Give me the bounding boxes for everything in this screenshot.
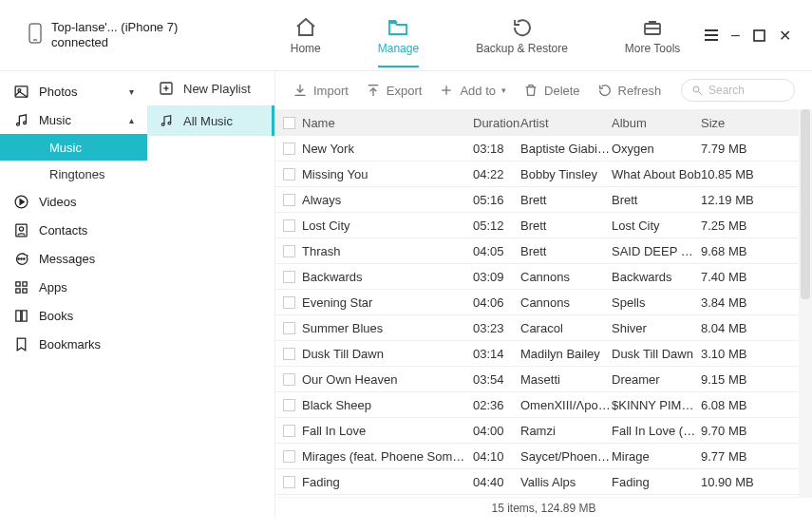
cell-name: Evening Star bbox=[302, 295, 473, 310]
table-row[interactable]: Backwards03:09CannonsBackwards7.40 MB bbox=[275, 264, 799, 290]
table-row[interactable]: Missing You04:22Bobby TinsleyWhat About … bbox=[275, 162, 799, 187]
table-row[interactable]: Lost City05:12BrettLost City7.25 MB bbox=[275, 213, 799, 238]
row-checkbox[interactable] bbox=[283, 348, 295, 360]
nav-manage[interactable]: Manage bbox=[378, 16, 419, 67]
playlist-all-music[interactable]: All Music bbox=[147, 105, 274, 136]
cell-name: New York bbox=[302, 142, 473, 156]
cell-duration: 03:54 bbox=[473, 372, 520, 387]
search-input[interactable] bbox=[708, 84, 784, 97]
nav-more-tools[interactable]: More Tools bbox=[625, 16, 680, 55]
nav-home[interactable]: Home bbox=[291, 16, 321, 55]
row-checkbox[interactable] bbox=[283, 322, 295, 334]
col-size[interactable]: Size bbox=[701, 116, 762, 130]
export-button[interactable]: Export bbox=[366, 83, 423, 98]
cell-name: Black Sheep bbox=[302, 398, 473, 412]
col-album[interactable]: Album bbox=[612, 116, 701, 130]
row-checkbox[interactable] bbox=[283, 194, 295, 206]
cell-name: Our Own Heaven bbox=[302, 372, 473, 387]
cell-name: Missing You bbox=[302, 167, 473, 181]
cell-album: Mirage bbox=[612, 449, 701, 464]
sidebar-messages[interactable]: Messages bbox=[0, 244, 147, 273]
nav-backup-restore[interactable]: Backup & Restore bbox=[476, 16, 568, 55]
cell-duration: 05:12 bbox=[473, 218, 520, 233]
row-checkbox[interactable] bbox=[283, 450, 295, 463]
maximize-button[interactable] bbox=[753, 29, 765, 42]
close-button[interactable]: ✕ bbox=[779, 27, 791, 45]
device-name: Top-lanse'... (iPhone 7) bbox=[51, 20, 178, 35]
row-checkbox[interactable] bbox=[283, 373, 295, 386]
row-checkbox[interactable] bbox=[283, 425, 295, 437]
cell-size: 9.68 MB bbox=[701, 244, 762, 258]
table-row[interactable]: Always05:16BrettBrett12.19 MB bbox=[275, 187, 799, 213]
cell-album: Backwards bbox=[612, 270, 701, 284]
cell-album: Dusk Till Dawn bbox=[612, 347, 701, 361]
scrollbar[interactable] bbox=[799, 109, 812, 497]
row-checkbox[interactable] bbox=[283, 271, 295, 283]
search-box[interactable] bbox=[681, 79, 795, 102]
svg-point-22 bbox=[161, 124, 164, 126]
status-bar: 15 items, 124.89 MB bbox=[275, 497, 812, 518]
chevron-up-icon: ▴ bbox=[129, 115, 134, 125]
sidebar-bookmarks[interactable]: Bookmarks bbox=[0, 330, 147, 358]
table-row[interactable]: Mirages (feat. Phoene Somsavath)04:10Say… bbox=[275, 444, 799, 469]
scrollbar-thumb[interactable] bbox=[801, 109, 810, 299]
table-row[interactable]: New York03:18Baptiste GiabiconiOxygen7.7… bbox=[275, 136, 799, 162]
cell-size: 9.77 MB bbox=[701, 449, 762, 464]
cell-album: Oxygen bbox=[612, 142, 701, 156]
menu-icon[interactable] bbox=[705, 29, 718, 41]
cell-artist: Vallis Alps bbox=[520, 475, 612, 489]
row-checkbox[interactable] bbox=[283, 476, 295, 488]
cell-size: 3.10 MB bbox=[701, 347, 762, 361]
cell-artist: Saycet/Phoene Som... bbox=[520, 449, 612, 464]
table-row[interactable]: Black Sheep02:36OmenXIII/Λpoqou$KINNY PI… bbox=[275, 392, 799, 418]
sidebar-photos[interactable]: Photos▾ bbox=[0, 77, 147, 105]
sidebar-videos[interactable]: Videos bbox=[0, 187, 147, 216]
cell-artist: Masetti bbox=[520, 372, 612, 387]
new-playlist-button[interactable]: New Playlist bbox=[147, 71, 274, 105]
cell-album: Dreamer bbox=[612, 372, 701, 387]
row-checkbox[interactable] bbox=[283, 296, 295, 309]
cell-album: Spells bbox=[612, 295, 701, 310]
phone-icon bbox=[28, 23, 42, 48]
cell-name: Always bbox=[302, 193, 473, 207]
table-row[interactable]: Fall In Love04:00RamziFall In Love (Radi… bbox=[275, 418, 799, 444]
table-row[interactable]: Summer Blues03:23CaracolShiver8.04 MB bbox=[275, 315, 799, 341]
select-all-checkbox[interactable] bbox=[283, 117, 295, 129]
delete-button[interactable]: Delete bbox=[523, 83, 580, 98]
cell-album: What About Bob bbox=[612, 167, 701, 181]
minimize-button[interactable]: – bbox=[731, 27, 740, 44]
cell-duration: 03:14 bbox=[473, 347, 520, 361]
col-artist[interactable]: Artist bbox=[520, 116, 612, 130]
cell-size: 6.08 MB bbox=[701, 398, 762, 412]
cell-artist: Brett bbox=[520, 193, 612, 207]
table-row[interactable]: Dusk Till Dawn03:14Madilyn BaileyDusk Ti… bbox=[275, 341, 799, 367]
cell-size: 7.25 MB bbox=[701, 218, 762, 233]
sidebar-music-music[interactable]: Music bbox=[0, 134, 147, 161]
row-checkbox[interactable] bbox=[283, 168, 295, 180]
row-checkbox[interactable] bbox=[283, 219, 295, 232]
cell-artist: Caracol bbox=[520, 321, 612, 335]
cell-artist: Cannons bbox=[520, 270, 612, 284]
cell-size: 7.79 MB bbox=[701, 142, 762, 156]
sidebar-music[interactable]: Music▴ bbox=[0, 105, 147, 134]
sidebar-music-ringtones[interactable]: Ringtones bbox=[0, 161, 147, 187]
refresh-button[interactable]: Refresh bbox=[597, 83, 662, 98]
row-checkbox[interactable] bbox=[283, 142, 295, 155]
col-duration[interactable]: Duration bbox=[473, 116, 520, 130]
sidebar-apps[interactable]: Apps bbox=[0, 273, 147, 301]
table-row[interactable]: Our Own Heaven03:54MasettiDreamer9.15 MB bbox=[275, 367, 799, 392]
cell-album: SAID DEEP MIXTAP... bbox=[612, 244, 701, 258]
cell-duration: 02:36 bbox=[473, 398, 520, 412]
import-button[interactable]: Import bbox=[293, 83, 349, 98]
table-row[interactable]: Thrash04:05BrettSAID DEEP MIXTAP...9.68 … bbox=[275, 238, 799, 264]
sidebar-books[interactable]: Books bbox=[0, 301, 147, 330]
table-row[interactable]: Evening Star04:06CannonsSpells3.84 MB bbox=[275, 290, 799, 315]
add-to-button[interactable]: Add to▾ bbox=[439, 83, 506, 98]
svg-point-11 bbox=[19, 226, 23, 230]
table-row[interactable]: Fading04:40Vallis AlpsFading10.90 MB bbox=[275, 469, 799, 495]
search-icon bbox=[691, 84, 703, 97]
col-name[interactable]: Name bbox=[302, 116, 473, 130]
row-checkbox[interactable] bbox=[283, 245, 295, 257]
row-checkbox[interactable] bbox=[283, 399, 295, 411]
sidebar-contacts[interactable]: Contacts bbox=[0, 216, 147, 244]
